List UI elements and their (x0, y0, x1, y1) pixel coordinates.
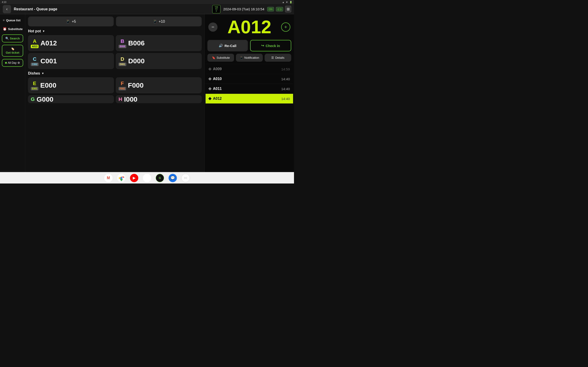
hotpot-arrow[interactable]: ▼ (42, 30, 45, 33)
queue-letter-box-A: A A013 (31, 38, 39, 48)
phone-icon-2: 📱 (153, 19, 157, 24)
checkin-label: Check in (266, 44, 280, 48)
list-item[interactable]: A010 14:40 (206, 74, 293, 84)
wifi-icon: ▼ (286, 1, 288, 3)
queue-badge-E: E001 (31, 87, 38, 90)
diamond-icon (208, 67, 212, 71)
right-top: − A012 + (205, 14, 294, 40)
theguru-icon[interactable]: G (156, 174, 164, 182)
queue-letter-box-D: D D001 (119, 56, 126, 66)
queue-letter-box-B: B B008 (119, 38, 126, 48)
dishes-label: Dishes (28, 71, 40, 75)
queue-number-E: E000 (40, 81, 56, 89)
recall-label: Re-Call (225, 44, 236, 48)
queue-number-D: D000 (128, 57, 145, 65)
list-item[interactable]: A009 14:59 (206, 64, 293, 74)
list-item-time: 14:59 (281, 67, 290, 71)
qr-button[interactable]: ⊞ (285, 6, 291, 12)
list-item-time: 14:40 (281, 77, 290, 81)
add-5-button[interactable]: 📱 +5 (28, 17, 114, 26)
substitute-button[interactable]: 🔖 Substitute (208, 54, 234, 62)
queue-number-G: G000 (36, 95, 53, 103)
current-queue-number: A012 (227, 18, 271, 36)
queue-number-A: A012 (40, 39, 57, 47)
header-icons: ON ((·)) ⊞ (267, 6, 291, 12)
queue-letter-box-H: H (119, 96, 122, 102)
queue-card-H[interactable]: H I000 (116, 95, 202, 103)
diamond-icon (208, 87, 212, 90)
sidebar-queuelist-label: Queue list (6, 19, 20, 22)
app-drawer-icon[interactable]: ⋯ (182, 174, 190, 182)
signal-icon: ▲ (282, 1, 284, 3)
details-icon: ☰ (271, 56, 274, 59)
sidebar-item-queuelist[interactable]: ≡ Queue list (2, 17, 23, 23)
decrement-button[interactable]: − (208, 23, 217, 32)
queue-card-F[interactable]: F F002 F000 (116, 77, 202, 93)
list-item-active[interactable]: A012 14:40 (206, 94, 293, 104)
chrome-icon[interactable] (117, 174, 125, 182)
queue-card-B[interactable]: B B008 B006 (116, 35, 202, 51)
datetime-display: 2024-09-03 (Tue) 16:10:54 (223, 7, 264, 11)
settings-icon: ⚙ (17, 61, 20, 65)
checkin-button[interactable]: ↪ Check in (250, 40, 292, 51)
queue-letter-B: B (121, 38, 124, 44)
queue-card-C[interactable]: C C002 C001 (28, 53, 114, 69)
search-button[interactable]: 🔍 Search (2, 34, 23, 42)
add-10-button[interactable]: 📱 +10 (116, 17, 202, 26)
recall-button[interactable]: 🔊 Re-Call (208, 40, 248, 51)
right-actions: 🔊 Re-Call ↪ Check in (205, 40, 294, 54)
list-item[interactable]: A011 14:40 (206, 84, 293, 94)
checkin-icon: ↪ (261, 44, 264, 48)
get-ticket-button[interactable]: 🏷️ Get ticket (2, 45, 23, 57)
list-item-id: A011 (213, 87, 222, 91)
sidebar-item-substitute[interactable]: ⏰ Substitute (2, 26, 23, 32)
list-item-left: A009 (209, 67, 222, 71)
increment-button[interactable]: + (281, 23, 290, 32)
youtube-icon[interactable]: ▶ (130, 174, 138, 182)
dishes-grid: E E001 E000 F F002 F000 G G000 (28, 77, 202, 103)
wifi-signal-icon: ((·)) (276, 7, 283, 11)
google-photos-icon[interactable]: ✿ (143, 174, 151, 182)
details-button[interactable]: ☰ Details (265, 54, 291, 62)
dishes-section-header: Dishes ▼ (28, 71, 202, 75)
back-button[interactable]: ‹ (3, 5, 11, 13)
queue-card-E[interactable]: E E001 E000 (28, 77, 114, 93)
list-item-left: A011 (209, 87, 222, 91)
list-item-time: 14:40 (281, 97, 290, 101)
queue-card-G[interactable]: G G000 (28, 95, 114, 103)
gmail-icon[interactable]: M (104, 174, 112, 182)
queue-letter-G: G (31, 96, 35, 102)
top-buttons: 📱 +5 📱 +10 (28, 17, 202, 26)
notification-icon: 📱 (240, 56, 243, 59)
diamond-icon (208, 97, 212, 100)
clock-icon: ⏰ (3, 27, 7, 31)
messages-icon[interactable]: 💬 (169, 174, 177, 182)
center-panel: 📱 +5 📱 +10 Hot pot ▼ A A013 A012 (25, 14, 204, 172)
queue-card-A[interactable]: A A013 A012 (28, 35, 114, 51)
queue-card-D[interactable]: D D001 D000 (116, 53, 202, 69)
add-10-label: +10 (159, 19, 165, 24)
queue-letter-F: F (121, 81, 124, 86)
queue-number-C: C001 (40, 57, 57, 65)
sidebar: ≡ Queue list ⏰ Substitute 🔍 Search 🏷️ Ge… (0, 14, 25, 172)
on-icon[interactable]: ON (267, 7, 274, 11)
all-day-button[interactable]: All Day ⚙ (2, 59, 23, 67)
queue-number-H: I000 (124, 95, 137, 103)
queue-badge-A: A013 (31, 45, 39, 48)
queue-badge-D: D001 (119, 63, 126, 66)
hotpot-grid: A A013 A012 B B008 B006 C C002 C001 (28, 35, 202, 69)
queue-list: A009 14:59 A010 14:40 A011 14:40 (205, 64, 294, 172)
details-label: Details (275, 56, 284, 59)
queue-number-B: B006 (128, 39, 145, 47)
all-day-label: All Day (8, 61, 17, 65)
dishes-arrow[interactable]: ▼ (41, 72, 44, 75)
get-ticket-label: Get ticket (6, 51, 19, 54)
logo: THEGUU (212, 5, 221, 13)
status-time: 4:10 (2, 1, 6, 3)
queue-letter-H: H (119, 96, 122, 102)
list-item-id: A012 (213, 97, 222, 101)
list-item-id: A009 (213, 67, 222, 71)
notification-button[interactable]: 📱 Notification (236, 54, 262, 62)
page-title: Restaurant - Queue page (14, 7, 209, 11)
queue-letter-box-F: F F002 (119, 81, 126, 90)
